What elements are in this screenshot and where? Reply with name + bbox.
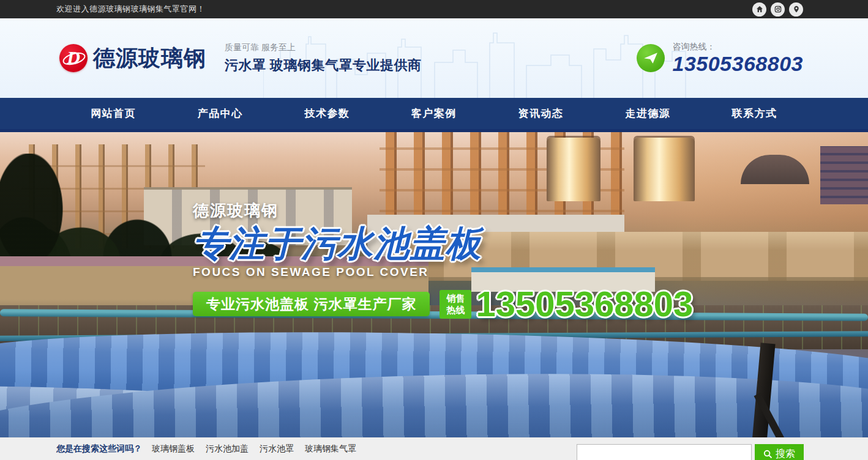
factory-building <box>820 146 868 204</box>
top-bar: 欢迎进入德源玻璃钢玻璃钢集气罩官网！ <box>0 0 868 18</box>
camera-icon[interactable] <box>771 2 785 17</box>
header-slogan: 质量可靠 服务至上 污水罩 玻璃钢集气罩专业提供商 <box>225 42 422 75</box>
search-button[interactable]: 搜索 <box>755 444 804 460</box>
welcome-text: 欢迎进入德源玻璃钢玻璃钢集气罩官网！ <box>56 4 205 15</box>
hero-sales-hotline: 销售 热线 13505368803 <box>440 286 693 322</box>
slogan-big: 污水罩 玻璃钢集气罩专业提供商 <box>225 56 422 75</box>
location-pin-icon[interactable] <box>789 2 803 17</box>
nav-item-contact[interactable]: 联系方式 <box>701 98 808 129</box>
hot-keywords: 玻璃钢盖板 污水池加盖 污水池罩 玻璃钢集气罩 <box>152 443 356 454</box>
sales-badge-line2: 热线 <box>440 304 471 316</box>
storage-tank <box>547 138 600 201</box>
slogan-small: 质量可靠 服务至上 <box>225 42 422 53</box>
nav-item-cases[interactable]: 客户案例 <box>381 98 488 129</box>
storage-tank <box>634 138 695 201</box>
keyword-link[interactable]: 玻璃钢盖板 <box>152 443 195 454</box>
nav-item-about[interactable]: 走进德源 <box>594 98 702 129</box>
hero-title: 专注于污水池盖板 <box>193 224 693 263</box>
logo-letter: D <box>59 44 88 72</box>
search-button-label: 搜索 <box>776 448 795 460</box>
logo-mark-icon: D <box>59 44 88 72</box>
keyword-link[interactable]: 污水池加盖 <box>206 443 249 454</box>
keyword-link[interactable]: 污水池罩 <box>260 443 294 454</box>
nav-item-home[interactable]: 网站首页 <box>60 98 167 129</box>
hero-subtitle-en: FOUCS ON SEWAGE POOL COVER <box>193 265 693 279</box>
hero-text-overlay: 德源玻璃钢 专注于污水池盖板 FOUCS ON SEWAGE POOL COVE… <box>193 200 693 322</box>
sales-phone-number: 13505368803 <box>476 286 693 322</box>
topbar-social-icons <box>752 2 803 17</box>
sales-badge-line1: 销售 <box>440 292 471 305</box>
search-input[interactable] <box>577 444 752 460</box>
header-hotline: 咨询热线： 13505368803 <box>637 42 803 75</box>
search-icon <box>763 450 773 459</box>
search-strip: 您是在搜索这些词吗？ 玻璃钢盖板 污水池加盖 污水池罩 玻璃钢集气罩 搜索 <box>0 437 868 460</box>
nav-item-news[interactable]: 资讯动态 <box>487 98 594 129</box>
hotline-label: 咨询热线： <box>672 42 803 53</box>
banner-top-strip <box>0 129 868 132</box>
search-box: 搜索 <box>577 444 804 460</box>
search-prompt: 您是在搜索这些词吗？ <box>56 443 142 454</box>
keyword-link[interactable]: 玻璃钢集气罩 <box>305 443 356 454</box>
paper-plane-icon <box>637 44 665 72</box>
site-header: D 德源玻璃钢 质量可靠 服务至上 污水罩 玻璃钢集气罩专业提供商 咨询热线： … <box>0 18 868 98</box>
hotline-number: 13505368803 <box>672 53 803 75</box>
nav-item-products[interactable]: 产品中心 <box>167 98 274 129</box>
hero-tagline-pill: 专业污水池盖板 污水罩生产厂家 <box>193 292 430 316</box>
hero-brand-text: 德源玻璃钢 <box>193 200 693 221</box>
logo-text: 德源玻璃钢 <box>93 43 206 73</box>
hotline-text: 咨询热线： 13505368803 <box>672 42 803 75</box>
nav-item-specs[interactable]: 技术参数 <box>274 98 381 129</box>
site-logo[interactable]: D 德源玻璃钢 <box>59 43 206 73</box>
hero-banner[interactable]: 德源玻璃钢 专注于污水池盖板 FOUCS ON SEWAGE POOL COVE… <box>0 129 868 437</box>
home-icon[interactable] <box>752 2 766 17</box>
sales-hotline-badge: 销售 热线 <box>440 290 471 319</box>
main-nav: 网站首页 产品中心 技术参数 客户案例 资讯动态 走进德源 联系方式 <box>0 98 868 129</box>
